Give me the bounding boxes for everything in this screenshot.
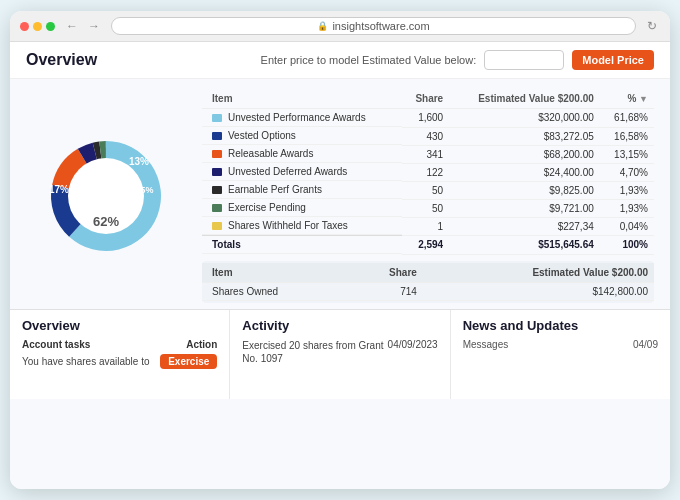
cell-share: 430: [402, 127, 449, 145]
back-button[interactable]: ←: [63, 19, 81, 33]
legend-dot: [212, 168, 222, 176]
cell-item: Shares Withheld For Taxes: [202, 217, 402, 235]
cell-value: $9,721.00: [449, 199, 600, 217]
refresh-button[interactable]: ↻: [644, 19, 660, 33]
cell-value: $142,800.00: [423, 282, 654, 301]
maximize-dot[interactable]: [46, 22, 55, 31]
page-content: Overview Enter price to model Estimated …: [10, 42, 670, 489]
cell-share: 1: [402, 217, 449, 235]
cell-item: Unvested Deferred Awards: [202, 163, 402, 181]
svg-text:13%: 13%: [129, 156, 149, 167]
table-row: Unvested Performance Awards 1,600 $320,0…: [202, 109, 654, 128]
col-share: Share: [402, 89, 449, 109]
cell-item: Releasable Awards: [202, 145, 402, 163]
cell-share: 50: [402, 199, 449, 217]
cell-share: 341: [402, 145, 449, 163]
table-row: Shares Owned 714 $142,800.00: [202, 282, 654, 301]
main-table: Item Share Estimated Value $200.00 % ▼ U…: [202, 89, 654, 255]
secondary-table: Item Share Estimated Value $200.00 Share…: [202, 263, 654, 302]
lock-icon: 🔒: [317, 21, 328, 31]
browser-chrome: ← → 🔒 insightsoftware.com ↻: [10, 11, 670, 42]
svg-text:5%: 5%: [140, 185, 153, 195]
table-row: Unvested Deferred Awards 122 $24,400.00 …: [202, 163, 654, 181]
cell-item: Earnable Perf Grants: [202, 181, 402, 199]
sort-icon: ▼: [639, 94, 648, 104]
exercise-button[interactable]: Exercise: [160, 354, 217, 369]
cell-pct: 4,70%: [600, 163, 654, 181]
totals-value: $515,645.64: [449, 235, 600, 254]
overview-action-row: You have shares available to Exercise: [22, 354, 217, 369]
legend-dot: [212, 132, 222, 140]
cell-value: $320,000.00: [449, 109, 600, 128]
cell-pct: 16,58%: [600, 127, 654, 145]
news-row: Messages 04/09: [463, 339, 658, 350]
url-text: insightsoftware.com: [332, 20, 429, 32]
page-title: Overview: [26, 51, 97, 69]
col2-item: Item: [202, 263, 351, 283]
table-section: Item Share Estimated Value $200.00 % ▼ U…: [202, 89, 654, 303]
cell-value: $83,272.05: [449, 127, 600, 145]
table-row: Releasable Awards 341 $68,200.00 13,15%: [202, 145, 654, 163]
totals-row: Totals 2,594 $515,645.64 100%: [202, 235, 654, 254]
news-panel-title: News and Updates: [463, 318, 658, 333]
cell-pct: 13,15%: [600, 145, 654, 163]
svg-text:62%: 62%: [93, 214, 119, 229]
top-section: 62% 17% 13% 5% Item Share E: [10, 79, 670, 309]
donut-chart: 62% 17% 13% 5%: [26, 89, 186, 303]
model-price-button[interactable]: Model Price: [572, 50, 654, 70]
cell-value: $24,400.00: [449, 163, 600, 181]
forward-button[interactable]: →: [85, 19, 103, 33]
cell-value: $9,825.00: [449, 181, 600, 199]
activity-description: Exercised 20 shares from Grant No. 1097: [242, 339, 387, 365]
news-item-label: Messages: [463, 339, 509, 350]
cell-item: Unvested Performance Awards: [202, 109, 402, 127]
cell-pct: 0,04%: [600, 217, 654, 235]
page-header: Overview Enter price to model Estimated …: [10, 42, 670, 79]
cell-pct: 61,68%: [600, 109, 654, 128]
overview-panel: Overview Account tasks Action You have s…: [10, 310, 230, 399]
overview-body-text: You have shares available to: [22, 355, 150, 369]
col2-share: Share: [351, 263, 423, 283]
table-row: Vested Options 430 $83,272.05 16,58%: [202, 127, 654, 145]
window-controls: [20, 22, 55, 31]
table-row: Earnable Perf Grants 50 $9,825.00 1,93%: [202, 181, 654, 199]
legend-dot: [212, 114, 222, 122]
header-right: Enter price to model Estimated Value bel…: [261, 50, 654, 70]
price-label: Enter price to model Estimated Value bel…: [261, 54, 477, 66]
main-area: 62% 17% 13% 5% Item Share E: [10, 79, 670, 489]
price-input[interactable]: [484, 50, 564, 70]
col-value: Estimated Value $200.00: [449, 89, 600, 109]
totals-share: 2,594: [402, 235, 449, 254]
svg-text:17%: 17%: [49, 184, 69, 195]
col-pct: % ▼: [600, 89, 654, 109]
totals-pct: 100%: [600, 235, 654, 254]
news-panel: News and Updates Messages 04/09: [451, 310, 670, 399]
legend-dot: [212, 222, 222, 230]
donut-svg: 62% 17% 13% 5%: [31, 121, 181, 271]
address-bar[interactable]: 🔒 insightsoftware.com: [111, 17, 636, 35]
cell-share: 50: [402, 181, 449, 199]
overview-tasks-row: Account tasks Action: [22, 339, 217, 350]
news-item-date: 04/09: [633, 339, 658, 350]
activity-date: 04/09/2023: [388, 339, 438, 365]
col2-value: Estimated Value $200.00: [423, 263, 654, 283]
overview-panel-title: Overview: [22, 318, 217, 333]
minimize-dot[interactable]: [33, 22, 42, 31]
close-dot[interactable]: [20, 22, 29, 31]
cell-value: $68,200.00: [449, 145, 600, 163]
action-label: Action: [186, 339, 217, 350]
cell-item: Exercise Pending: [202, 199, 402, 217]
secondary-table-container: Item Share Estimated Value $200.00 Share…: [202, 261, 654, 304]
totals-item: Totals: [202, 235, 402, 254]
cell-item: Vested Options: [202, 127, 402, 145]
activity-panel-title: Activity: [242, 318, 437, 333]
cell-pct: 1,93%: [600, 199, 654, 217]
cell-item: Shares Owned: [202, 283, 351, 301]
activity-panel: Activity Exercised 20 shares from Grant …: [230, 310, 450, 399]
col-item: Item: [202, 89, 402, 109]
legend-dot: [212, 204, 222, 212]
account-tasks-label: Account tasks: [22, 339, 90, 350]
cell-share: 714: [351, 282, 423, 301]
cell-pct: 1,93%: [600, 181, 654, 199]
cell-share: 122: [402, 163, 449, 181]
